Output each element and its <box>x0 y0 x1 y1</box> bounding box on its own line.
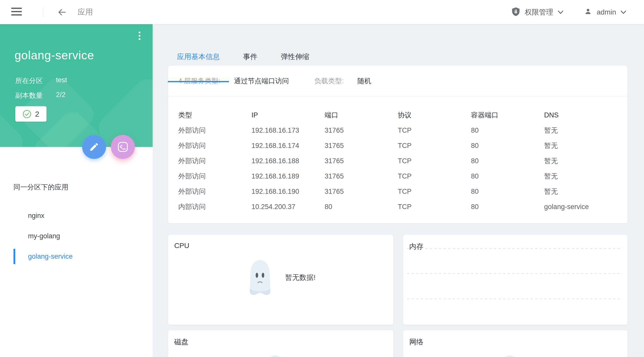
shield-lock-icon <box>512 7 520 17</box>
cell-ip: 192.168.16.189 <box>252 172 325 180</box>
cell-port: 31765 <box>325 172 398 180</box>
metric-card: 内存 <box>403 235 627 325</box>
tab-label: 应用基本信息 <box>177 52 220 62</box>
cell-container-port: 80 <box>471 172 544 180</box>
cell-ip: 192.168.16.188 <box>252 157 325 165</box>
cell-protocol: TCP <box>398 172 471 180</box>
table-row: 外部访问 192.168.16.188 31765 TCP 80 暂无 <box>168 153 627 169</box>
metric-card-title: 内存 <box>409 242 423 251</box>
sidebar-app-item[interactable]: golang-service <box>0 246 153 267</box>
running-count-badge[interactable]: 2 <box>15 106 47 122</box>
terminal-icon <box>117 141 128 153</box>
sidebar-app-item[interactable]: my-golang <box>0 226 153 246</box>
cell-protocol: TCP <box>398 188 471 196</box>
empty-state <box>168 354 393 357</box>
metric-card-title: 网络 <box>409 337 423 347</box>
app-summary-card: golang-service 所在分区 test 副本数量 2/2 2 <box>0 24 153 147</box>
cell-ip: 192.168.16.174 <box>252 142 325 150</box>
cell-dns: 暂无 <box>544 172 617 181</box>
endpoints-table-body: 外部访问 192.168.16.173 31765 TCP 80 暂无 外部访问… <box>168 123 627 214</box>
column-header: IP <box>252 111 325 119</box>
cell-type: 内部访问 <box>178 202 252 211</box>
edit-app-button[interactable] <box>82 135 106 159</box>
top-header: 应用 权限管理 admin <box>0 0 644 24</box>
cell-container-port: 80 <box>471 188 544 196</box>
permission-menu[interactable]: 权限管理 <box>512 0 563 24</box>
terminal-button[interactable] <box>111 135 135 159</box>
cell-container-port: 80 <box>471 157 544 165</box>
running-count: 2 <box>35 110 39 118</box>
metric-card-title: 磁盘 <box>174 337 188 347</box>
cell-ip: 10.254.200.37 <box>252 203 325 211</box>
cell-protocol: TCP <box>398 203 471 211</box>
cell-container-port: 80 <box>471 203 544 211</box>
table-row: 外部访问 192.168.16.190 31765 TCP 80 暂无 <box>168 184 627 199</box>
table-row: 内部访问 10.254.200.37 80 TCP 80 golang-serv… <box>168 199 627 214</box>
ghost-icon <box>496 354 524 357</box>
cell-port: 31765 <box>325 127 398 134</box>
replicas-value: 2/2 <box>56 91 66 99</box>
column-header: 协议 <box>398 111 471 120</box>
chevron-down-icon <box>621 10 626 14</box>
sidebar-app-item[interactable]: nginx <box>0 205 153 226</box>
service-info-pair: 负载类型: 随机 <box>314 76 371 86</box>
cell-dns: 暂无 <box>544 187 617 196</box>
cell-port: 31765 <box>325 188 398 196</box>
metric-card: CPU 暂无数据! <box>168 235 393 325</box>
app-item-label: golang-service <box>28 253 73 260</box>
permission-menu-label: 权限管理 <box>525 7 553 17</box>
cell-protocol: TCP <box>398 157 471 165</box>
partition-value: test <box>56 76 67 84</box>
page-title: 应用 <box>78 0 93 24</box>
pencil-icon <box>89 142 99 152</box>
empty-text: 暂无数据! <box>285 273 316 282</box>
metric-card: 磁盘 <box>168 330 393 357</box>
cell-port: 31765 <box>325 142 398 150</box>
tabs: 应用基本信息 事件 弹性伸缩 <box>168 31 318 82</box>
check-circle-icon <box>23 110 31 118</box>
cell-protocol: TCP <box>398 127 471 134</box>
empty-state: 暂无数据! <box>168 259 393 296</box>
column-header: DNS <box>544 111 617 119</box>
column-header: 端口 <box>325 111 398 120</box>
replicas-field: 副本数量 2/2 <box>15 91 142 100</box>
cell-type: 外部访问 <box>178 141 252 150</box>
column-header: 类型 <box>178 111 252 120</box>
ghost-icon <box>261 354 290 357</box>
cell-ip: 192.168.16.173 <box>252 127 325 134</box>
app-name-title: golang-service <box>14 49 94 62</box>
back-button[interactable] <box>57 7 67 17</box>
cell-type: 外部访问 <box>178 187 252 196</box>
tab[interactable]: 弹性伸缩 <box>272 31 318 82</box>
metric-card-title: CPU <box>174 242 189 250</box>
tab[interactable]: 应用基本信息 <box>168 31 229 82</box>
cell-dns: 暂无 <box>544 141 617 150</box>
table-row: 外部访问 192.168.16.189 31765 TCP 80 暂无 <box>168 169 627 184</box>
cell-port: 80 <box>325 203 398 211</box>
cell-port: 31765 <box>325 157 398 165</box>
service-info-card: 4 层服务类型: 通过节点端口访问 负载类型: 随机 类型 IP 端口 协议 容… <box>168 66 627 223</box>
table-row: 外部访问 192.168.16.173 31765 TCP 80 暂无 <box>168 123 627 138</box>
user-menu[interactable]: admin <box>584 0 626 24</box>
header-divider <box>43 7 43 17</box>
user-menu-label: admin <box>597 8 616 16</box>
cell-dns: 暂无 <box>544 126 617 135</box>
cell-type: 外部访问 <box>178 156 252 166</box>
cell-container-port: 80 <box>471 127 544 134</box>
main-content: 应用基本信息 事件 弹性伸缩 4 层服务类型: 通过节点端口访问 <box>153 24 644 357</box>
cell-dns: golang-service <box>544 203 617 211</box>
table-row: 外部访问 192.168.16.174 31765 TCP 80 暂无 <box>168 138 627 153</box>
kebab-menu-icon[interactable] <box>136 31 142 42</box>
app-list: nginx my-golang golang-service <box>0 205 153 267</box>
hamburger-menu-icon[interactable] <box>11 8 22 16</box>
tab[interactable]: 事件 <box>234 31 267 82</box>
cell-container-port: 80 <box>471 142 544 150</box>
sidebar: golang-service 所在分区 test 副本数量 2/2 2 同一分 <box>0 24 153 357</box>
chevron-down-icon <box>558 10 563 14</box>
tab-label: 事件 <box>243 52 257 62</box>
tab-label: 弹性伸缩 <box>281 52 309 62</box>
arrow-left-icon <box>57 7 67 17</box>
column-header: 容器端口 <box>471 111 544 120</box>
app-item-label: my-golang <box>28 232 60 240</box>
tab-bar: 应用基本信息 事件 弹性伸缩 <box>168 31 318 82</box>
